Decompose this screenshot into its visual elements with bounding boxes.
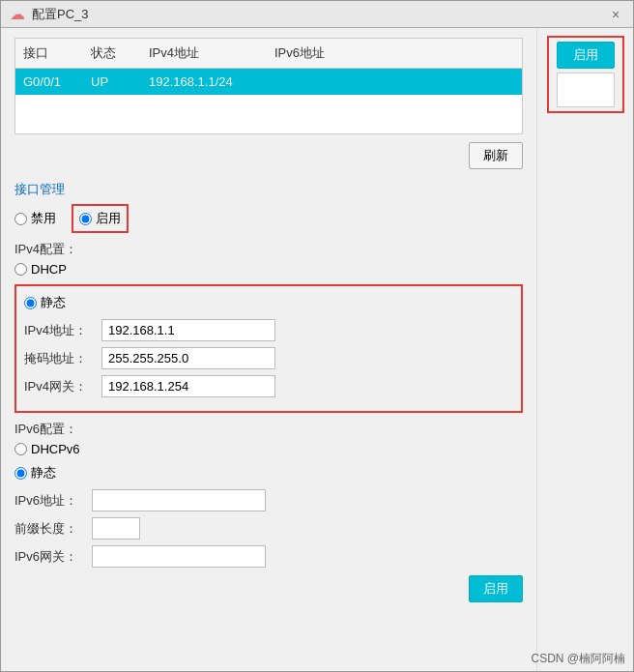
prefix-row: 前缀长度：: [14, 517, 523, 540]
radio-enable[interactable]: 启用: [79, 210, 121, 227]
ipv6-config-title: IPv6配置：: [14, 421, 523, 438]
col-ipv4: IPv4地址: [141, 39, 267, 68]
main-panel: 接口 状态 IPv4地址 IPv6地址 G0/0/1 UP 192.168.1.…: [1, 28, 536, 671]
app-icon: ☁: [9, 6, 26, 23]
table-header: 接口 状态 IPv4地址 IPv6地址: [15, 39, 522, 69]
interface-table: 接口 状态 IPv4地址 IPv6地址 G0/0/1 UP 192.168.1.…: [14, 38, 523, 134]
col-interface: 接口: [15, 39, 83, 68]
radio-dhcpv6-label: DHCPv6: [31, 442, 80, 456]
prefix-input[interactable]: [92, 517, 140, 540]
interface-mgmt-title: 接口管理: [14, 181, 523, 198]
radio-disable-label: 禁用: [31, 210, 56, 227]
ipv6-gw-row: IPv6网关：: [14, 545, 523, 568]
ipv4-config-title: IPv4配置：: [14, 241, 523, 258]
enable-radio-box: 启用: [72, 204, 129, 233]
radio-enable-label: 启用: [96, 210, 121, 227]
ipv6-address-row: IPv6地址：: [14, 489, 523, 511]
apply-box-empty: [557, 73, 615, 107]
cell-status: UP: [83, 69, 141, 95]
ipv6-mode-radio-group: DHCPv6: [14, 442, 523, 456]
ipv4-address-label: IPv4地址：: [24, 322, 101, 339]
ipv4-gw-row: IPv4网关：: [24, 375, 513, 397]
window-title: 配置PC_3: [32, 6, 89, 23]
radio-disable[interactable]: 禁用: [14, 210, 56, 227]
ipv6-static-radio-group: 静态: [14, 464, 523, 482]
radio-dhcp-input[interactable]: [14, 263, 27, 276]
content-area: 接口 状态 IPv4地址 IPv6地址 G0/0/1 UP 192.168.1.…: [1, 28, 633, 671]
apply-button-bottom[interactable]: 启用: [469, 575, 523, 602]
ipv4-gw-label: IPv4网关：: [24, 378, 101, 395]
radio-ipv6-static-label: 静态: [31, 464, 56, 482]
ipv4-mode-radio-group: DHCP: [14, 262, 523, 277]
interface-mgmt-section: 接口管理 禁用 启用: [14, 181, 523, 233]
mask-label: 掩码地址：: [24, 350, 101, 367]
radio-disable-input[interactable]: [14, 213, 27, 225]
bottom-apply-row: 启用: [14, 575, 523, 602]
title-bar: ☁ 配置PC_3 ×: [1, 1, 633, 28]
col-ipv6: IPv6地址: [267, 39, 522, 68]
radio-dhcpv6-input[interactable]: [14, 443, 27, 455]
ipv4-config-section: IPv4配置： DHCP 静态 I: [14, 241, 523, 413]
ipv6-address-label: IPv6地址：: [14, 492, 92, 510]
radio-dhcp[interactable]: DHCP: [14, 262, 67, 277]
radio-dhcpv6[interactable]: DHCPv6: [14, 442, 80, 456]
radio-ipv6-static[interactable]: 静态: [14, 464, 56, 482]
ipv4-static-box: 静态 IPv4地址： 掩码地址： IPv4网关：: [14, 284, 523, 413]
apply-button-right[interactable]: 启用: [557, 42, 615, 69]
radio-enable-input[interactable]: [79, 213, 92, 225]
cell-ipv6: [267, 69, 522, 95]
table-empty-area: [15, 95, 522, 133]
interface-mgmt-radio-group: 禁用 启用: [14, 204, 523, 233]
ipv4-gw-input[interactable]: [101, 375, 275, 397]
radio-static-label: 静态: [41, 294, 66, 311]
radio-dhcp-label: DHCP: [31, 262, 67, 277]
prefix-label: 前缀长度：: [14, 520, 92, 538]
ipv6-gw-input[interactable]: [92, 545, 266, 568]
mask-row: 掩码地址：: [24, 347, 513, 369]
radio-static-input[interactable]: [24, 297, 37, 309]
window: ☁ 配置PC_3 × 接口 状态 IPv4地址 IPv6地址 G0/0/1 UP…: [0, 0, 634, 672]
ipv6-gw-label: IPv6网关：: [14, 548, 92, 566]
apply-box: 启用: [547, 36, 624, 113]
ipv6-address-input[interactable]: [92, 489, 266, 511]
ipv6-config-section: IPv6配置： DHCPv6 静态 IPv6地址：: [14, 421, 523, 568]
refresh-row: 刷新: [14, 142, 523, 169]
close-button[interactable]: ×: [606, 5, 625, 24]
cell-ipv4: 192.168.1.1/24: [141, 69, 267, 95]
watermark: CSDN @楠阿阿楠: [531, 651, 625, 667]
col-status: 状态: [83, 39, 141, 68]
refresh-button[interactable]: 刷新: [469, 142, 523, 169]
table-row[interactable]: G0/0/1 UP 192.168.1.1/24: [15, 69, 522, 95]
cell-interface: G0/0/1: [15, 69, 83, 95]
ipv4-address-row: IPv4地址：: [24, 319, 513, 341]
ipv4-static-radio-group: 静态: [24, 294, 513, 311]
ipv4-address-input[interactable]: [101, 319, 275, 341]
mask-input[interactable]: [101, 347, 275, 369]
radio-static[interactable]: 静态: [24, 294, 66, 311]
radio-ipv6-static-input[interactable]: [14, 467, 27, 480]
right-panel: 启用: [536, 28, 633, 671]
